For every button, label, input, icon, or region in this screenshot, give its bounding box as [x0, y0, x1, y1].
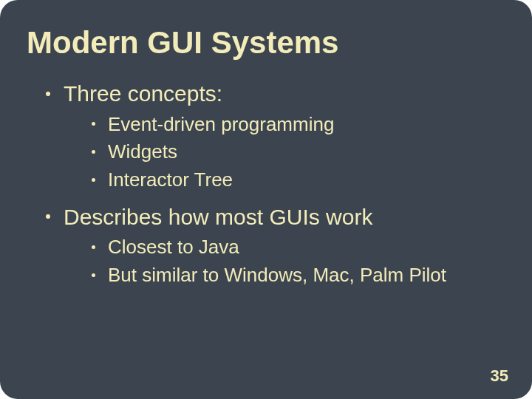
list-item: Closest to Java: [92, 235, 501, 260]
slide-title: Modern GUI Systems: [27, 25, 501, 61]
bullet-list: Three concepts: Event-driven programming…: [31, 80, 501, 288]
list-item: Interactor Tree: [92, 168, 501, 193]
list-item: Three concepts: Event-driven programming…: [41, 80, 501, 193]
list-item-text: Three concepts:: [64, 81, 222, 106]
list-item: Describes how most GUIs work Closest to …: [41, 203, 501, 288]
list-item: Widgets: [92, 140, 501, 165]
sub-bullet-list: Event-driven programming Widgets Interac…: [64, 112, 501, 193]
list-item: Event-driven programming: [92, 112, 501, 137]
page-number: 35: [491, 366, 508, 386]
slide: Modern GUI Systems Three concepts: Event…: [0, 0, 532, 399]
list-item: But similar to Windows, Mac, Palm Pilot: [92, 263, 501, 288]
sub-bullet-list: Closest to Java But similar to Windows, …: [64, 235, 501, 288]
list-item-text: Describes how most GUIs work: [64, 205, 372, 229]
